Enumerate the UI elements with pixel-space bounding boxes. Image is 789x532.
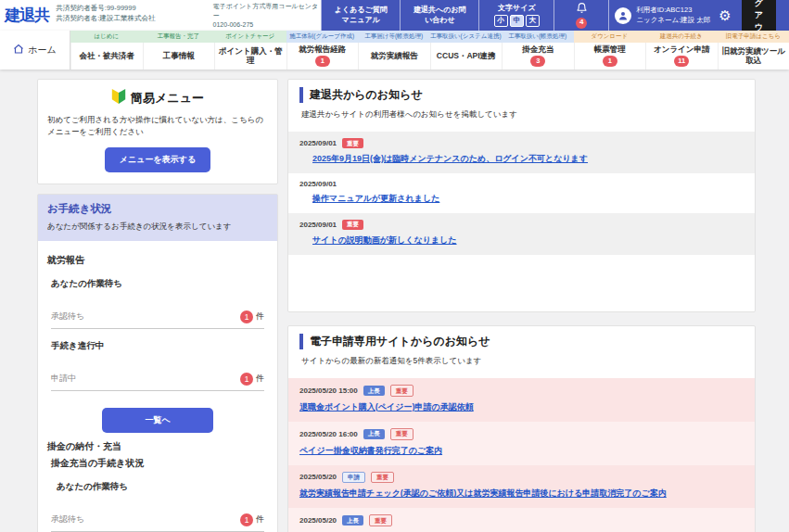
status-row: 承認待ち 1 件 [51, 310, 264, 329]
contract-name: 共済契約者名:建設工業株式会社 [56, 13, 209, 23]
nav-badge: 1 [315, 56, 330, 67]
nav-item-legacy-tool-import[interactable]: 旧就労実績ツール取込 [718, 43, 789, 70]
nav-main: はじめに 工事報告・完了 ポイントチャージ 施工体制(グループ作成) 工事届け等… [70, 31, 789, 70]
show-menu-button[interactable]: メニューを表示する [105, 147, 210, 172]
header-toolbar: よくあるご質問 マニュアル 建退共へのお問 い合わせ 文字サイズ 小 中 大 4 [321, 0, 789, 31]
status-section-title: 就労報告 [47, 254, 268, 267]
notice-date: 2025/09/01 [299, 139, 337, 147]
count-badge: 1 [240, 513, 253, 526]
status-section-title: 掛金の納付・充当 [47, 440, 268, 453]
eapp-notices-card: 電子申請専用サイトからのお知らせ サイトからの最新の新着通知を5件表示しています… [287, 325, 756, 532]
contract-info: 共済契約者番号:99-99999 共済契約者名:建設工業株式会社 [54, 0, 210, 31]
nav-item-premium-allocation[interactable]: 掛金充当 3 [502, 43, 574, 70]
kentaikyo-notices-title: 建退共からのお知らせ [299, 87, 744, 103]
contact-button[interactable]: 建退共へのお問 い合わせ [400, 0, 478, 31]
nav-home[interactable]: ホーム [0, 31, 70, 70]
notice-link[interactable]: 就労実績報告申請チェック(承認のご依頼)又は就労実績報告申請後における申請取消完… [299, 488, 667, 500]
quick-menu-title: 簡易メニュー [131, 90, 204, 107]
notice-row: 2025/09/01 操作マニュアルが更新されました [288, 173, 755, 213]
status-row-label: 承認待ち [51, 513, 84, 526]
nav-item-work-results[interactable]: 就労実績報告 [358, 43, 430, 70]
font-size-small-button[interactable]: 小 [494, 15, 508, 27]
nav-category: 旧電子申請はこちら [718, 31, 789, 43]
nav-item-point-purchase[interactable]: ポイント購入・管理 [214, 43, 286, 70]
font-size-label: 文字サイズ [498, 4, 536, 13]
nav-badge: 3 [530, 56, 545, 67]
notice-link[interactable]: ペイジー掛金収納書発行完了のご案内 [299, 445, 442, 457]
callcenter-title: 電子ポイント方式専用コールセンター [213, 2, 320, 20]
notice-date: 2025/09/01 [299, 221, 337, 229]
notice-row: 2025/05/20 15:00 上長 重要 退職金ポイント購入(ペイジー)申請… [288, 378, 755, 422]
count-unit: 件 [256, 373, 264, 385]
notice-date: 2025/09/01 [299, 180, 337, 188]
nav-category: ダウンロード [574, 31, 646, 43]
status-panel-title: お手続き状況 [47, 202, 268, 216]
user-avatar-icon [615, 7, 631, 24]
count-badge: 1 [240, 373, 253, 386]
kentaikyo-notices-desc: 建退共からサイトの利用者様へのお知らせを掲載しています [301, 109, 744, 120]
beginner-mark-icon [111, 88, 126, 108]
notice-row: 2025/05/20 16:00 上長 重要 ペイジー掛金収納書発行完了のご案内 [288, 422, 755, 465]
status-row-label: 申請中 [51, 373, 76, 385]
callcenter-phone: 0120-006-275 [213, 20, 320, 30]
notice-datetime: 2025/05/20 [299, 473, 337, 481]
nav-items: 会社・被共済者 工事情報 ポイント購入・管理 就労報告経路 1 就労実績報告 C… [70, 43, 789, 70]
important-tag: 重要 [342, 220, 363, 230]
notice-row: 2025/05/20 申請 重要 就労実績報告申請チェック(承認のご依頼)又は就… [288, 465, 755, 509]
user-info: 利用者ID:ABC123 ニックネーム:建設 太郎 ⚙ ログアウト [608, 0, 789, 31]
font-size-large-button[interactable]: 大 [526, 15, 540, 27]
quick-menu-desc: 初めてご利用される方や操作に慣れていない方は、こちらのメニューをご利用ください [47, 114, 268, 138]
count-badge: 1 [240, 310, 253, 323]
status-panel-body: 就労報告 あなたの作業待ち 承認待ち 1 件 手続き進行中 申請中 1 件 [38, 241, 277, 532]
nav-item-form-management[interactable]: 帳票管理 1 [574, 43, 646, 70]
callcenter-info: 電子ポイント方式専用コールセンター 0120-006-275 受付時間:(平日)… [211, 0, 322, 31]
app-logo[interactable]: 建退共 [0, 0, 54, 31]
user-id: 利用者ID:ABC123 [636, 6, 710, 16]
eapp-notices-title: 電子申請専用サイトからのお知らせ [299, 334, 744, 349]
faq-manual-button[interactable]: よくあるご質問 マニュアル [321, 0, 400, 31]
notice-link[interactable]: 退職金ポイント購入(ペイジー)申請の承認依頼 [299, 401, 474, 413]
notice-link[interactable]: 2025年9月19日(金)は臨時メンテナンスのため、ログイン不可となります [312, 153, 588, 165]
role-tag: 上長 [342, 515, 363, 526]
notice-datetime: 2025/05/20 [299, 516, 337, 525]
notice-datetime: 2025/05/20 15:00 [299, 386, 358, 395]
main-content: 簡易メニュー 初めてご利用される方や操作に慣れていない方は、こちらのメニューをご… [0, 70, 789, 532]
settings-gear-icon[interactable]: ⚙ [719, 7, 731, 24]
status-panel-header: お手続き状況 あなたが関係するお手続きの状況を表示しています [38, 195, 277, 241]
status-group-title: あなたの作業待ち [57, 481, 268, 493]
nav-category-strip: はじめに 工事報告・完了 ポイントチャージ 施工体制(グループ作成) 工事届け等… [70, 31, 789, 43]
work-report-list-button[interactable]: 一覧へ [102, 408, 213, 433]
quick-menu-card: 簡易メニュー 初めてご利用される方や操作に慣れていない方は、こちらのメニューをご… [37, 79, 278, 184]
nav-badge: 11 [674, 56, 689, 67]
status-section-subtitle: 掛金充当の手続き状況 [51, 457, 268, 470]
nav-item-ccus-api[interactable]: CCUS・API連携 [430, 43, 503, 70]
notice-row: 2025/09/01 重要 サイトの説明動画が新しくなりました [288, 213, 755, 255]
count-unit: 件 [256, 513, 264, 526]
font-size-medium-button[interactable]: 中 [510, 15, 524, 27]
notification-bell-button[interactable]: 4 [554, 0, 608, 31]
nav-category: はじめに [70, 31, 143, 43]
notice-row: 2025/05/20 上長 重要 掛金充当書(雇用主用)の発行通知 [288, 508, 755, 532]
nav-item-company[interactable]: 会社・被共済者 [70, 43, 143, 70]
font-size-control: 文字サイズ 小 中 大 [478, 0, 554, 31]
role-tag: 申請 [342, 472, 365, 484]
nav-item-work-report-route[interactable]: 就労報告経路 1 [286, 43, 359, 70]
important-tag: 重要 [369, 514, 392, 526]
notice-link[interactable]: 操作マニュアルが更新されました [312, 193, 439, 205]
role-tag: 上長 [363, 429, 385, 439]
nav-category: 工事届け等(帳票処理) [358, 31, 430, 43]
nav-item-construction-info[interactable]: 工事情報 [143, 43, 215, 70]
count-unit: 件 [256, 310, 264, 323]
notice-link[interactable]: サイトの説明動画が新しくなりました [312, 234, 457, 247]
app-header: 建退共 共済契約者番号:99-99999 共済契約者名:建設工業株式会社 電子ポ… [0, 0, 789, 31]
nav-item-online-application[interactable]: オンライン申請 11 [645, 43, 718, 70]
nav-badge: 1 [603, 56, 617, 67]
status-group-title: 手続き進行中 [51, 340, 268, 352]
kentaikyo-notices-card: 建退共からのお知らせ 建退共からサイトの利用者様へのお知らせを掲載しています 2… [287, 79, 756, 312]
nav-category: 工事報告・完了 [143, 31, 215, 43]
notification-count-badge: 4 [576, 18, 587, 29]
nav-category: 工事取扱い(帳票処理) [502, 31, 574, 43]
important-tag: 重要 [371, 472, 394, 484]
left-column: 簡易メニュー 初めてご利用される方や操作に慣れていない方は、こちらのメニューをご… [37, 79, 278, 532]
nav-category: 施工体制(グループ作成) [286, 31, 359, 43]
